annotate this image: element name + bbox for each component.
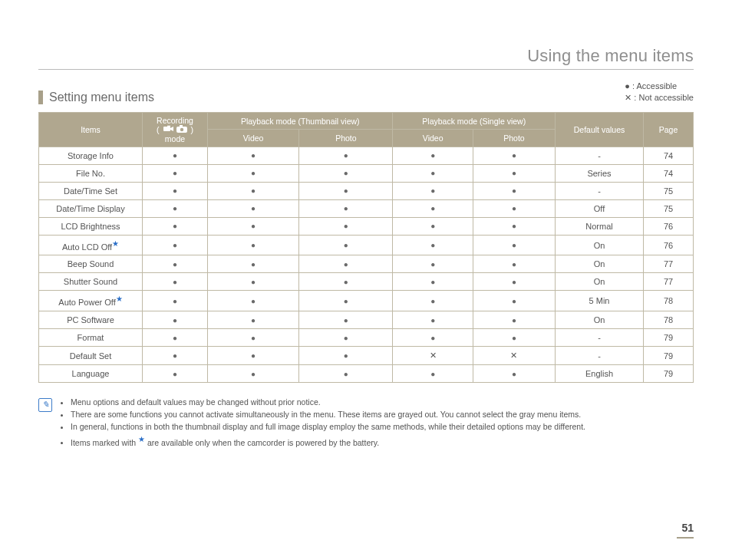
cell-default: - [556, 329, 644, 347]
table-row: Format●●●●●-79 [39, 329, 694, 347]
th-playback-thumb: Playback mode (Thumbnail view) [208, 112, 393, 130]
note-item: Menu options and default values may be c… [71, 397, 585, 407]
cell-thumb-video: ● [208, 217, 299, 235]
cell-thumb-photo: ● [299, 199, 393, 217]
cell-default: On [556, 235, 644, 255]
cell-recording: ● [143, 217, 208, 235]
th-single-video: Video [393, 130, 473, 147]
item-name: LCD Brightness [39, 217, 143, 235]
cell-thumb-video: ● [208, 199, 299, 217]
cell-single-photo: ✕ [473, 347, 555, 365]
notes-list: Menu options and default values may be c… [60, 397, 585, 449]
camcorder-icon [163, 125, 174, 133]
table-row: Default Set●●●✕✕-79 [39, 347, 694, 365]
item-name: Beep Sound [39, 255, 143, 273]
cell-recording: ● [143, 347, 208, 365]
cell-recording: ● [143, 329, 208, 347]
svg-point-2 [169, 125, 170, 127]
item-name: Date/Time Display [39, 199, 143, 217]
cell-page: 78 [644, 311, 694, 329]
star-icon: ★ [112, 239, 119, 248]
table-row: Auto Power Off★●●●●●5 Min78 [39, 291, 694, 311]
cell-recording: ● [143, 164, 208, 182]
cell-single-photo: ● [473, 311, 555, 329]
cell-thumb-video: ● [208, 235, 299, 255]
cell-single-photo: ● [473, 147, 555, 164]
cell-single-video: ● [393, 164, 473, 182]
cell-single-photo: ● [473, 291, 555, 311]
th-default: Default values [556, 112, 644, 147]
legend-accessible-symbol: ● [625, 81, 630, 91]
legend: ● : Accessible ✕ : Not accessible [625, 81, 694, 104]
cell-single-photo: ● [473, 235, 555, 255]
cell-recording: ● [143, 235, 208, 255]
legend-not-symbol: ✕ [625, 93, 631, 102]
cell-thumb-video: ● [208, 164, 299, 182]
cell-single-video: ● [393, 329, 473, 347]
cell-single-photo: ● [473, 164, 555, 182]
item-name: Auto Power Off★ [39, 291, 143, 311]
cell-page: 79 [644, 347, 694, 365]
cell-recording: ● [143, 255, 208, 273]
cell-page: 79 [644, 365, 694, 383]
cell-single-video: ● [393, 291, 473, 311]
cell-thumb-video: ● [208, 182, 299, 199]
cell-page: 75 [644, 182, 694, 199]
cell-recording: ● [143, 365, 208, 383]
cell-thumb-video: ● [208, 347, 299, 365]
cell-recording: ● [143, 311, 208, 329]
cell-single-photo: ● [473, 255, 555, 273]
item-name: Auto LCD Off★ [39, 235, 143, 255]
cell-single-video: ● [393, 365, 473, 383]
table-row: Date/Time Display●●●●●Off75 [39, 199, 694, 217]
cell-single-video: ● [393, 147, 473, 164]
cell-thumb-video: ● [208, 255, 299, 273]
th-playback-single: Playback mode (Single view) [393, 112, 556, 130]
th-recording-mode-l2: mode [165, 134, 185, 143]
cell-default: On [556, 273, 644, 291]
item-name: PC Software [39, 311, 143, 329]
item-name: Format [39, 329, 143, 347]
cell-recording: ● [143, 182, 208, 199]
cell-single-video: ● [393, 217, 473, 235]
item-name: File No. [39, 164, 143, 182]
cell-thumb-photo: ● [299, 329, 393, 347]
svg-point-5 [180, 128, 183, 131]
cell-page: 79 [644, 329, 694, 347]
note-item: Items marked with ★ are available only w… [71, 434, 585, 448]
cell-single-photo: ● [473, 199, 555, 217]
cell-default: - [556, 347, 644, 365]
th-page: Page [644, 112, 694, 147]
cell-page: 76 [644, 235, 694, 255]
th-recording-mode-l1: Recording [157, 116, 193, 125]
table-row: PC Software●●●●●On78 [39, 311, 694, 329]
cell-single-video: ● [393, 273, 473, 291]
cell-default: Series [556, 164, 644, 182]
table-row: Storage Info●●●●●-74 [39, 147, 694, 164]
cell-default: - [556, 147, 644, 164]
page-number-accent [677, 537, 694, 539]
cell-single-photo: ● [473, 182, 555, 199]
cell-thumb-photo: ● [299, 182, 393, 199]
cell-thumb-video: ● [208, 329, 299, 347]
cell-single-video: ✕ [393, 347, 473, 365]
th-thumb-photo: Photo [299, 130, 393, 147]
note-icon: ✎ [38, 398, 52, 412]
legend-not-label: : Not accessible [634, 93, 694, 102]
cell-recording: ● [143, 147, 208, 164]
section-title: Setting menu items [38, 91, 154, 104]
svg-point-1 [167, 125, 169, 127]
th-thumb-video: Video [208, 130, 299, 147]
table-row: Date/Time Set●●●●●-75 [39, 182, 694, 199]
cell-single-photo: ● [473, 273, 555, 291]
table-row: Beep Sound●●●●●On77 [39, 255, 694, 273]
title-underline [38, 69, 694, 70]
cell-thumb-video: ● [208, 147, 299, 164]
cell-thumb-video: ● [208, 291, 299, 311]
settings-table: Items Recording ( ) mode Playback mode (… [38, 112, 694, 383]
table-row: Language●●●●●English79 [39, 365, 694, 383]
cell-default: On [556, 311, 644, 329]
cell-default: - [556, 182, 644, 199]
cell-thumb-video: ● [208, 365, 299, 383]
cell-page: 77 [644, 273, 694, 291]
